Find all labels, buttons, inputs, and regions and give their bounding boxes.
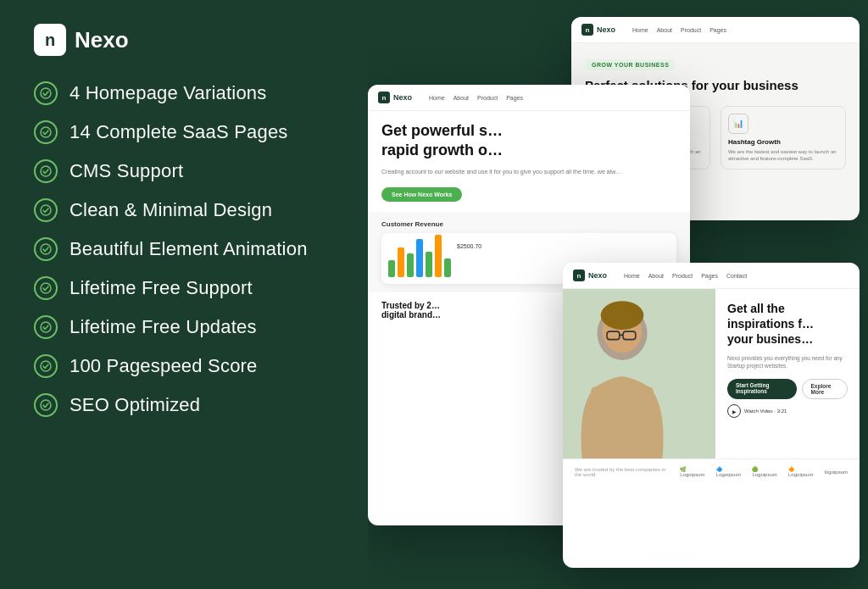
screenshot-card-bottom: n Nexo Home About Product Pages Contact <box>563 263 860 568</box>
mock-logo-box-top: n <box>581 24 593 36</box>
card-bottom-hero: Get all theinspirations f…your busines… … <box>563 289 860 458</box>
mock-logo-main: n Nexo <box>378 92 412 103</box>
mock-logo-box-main: n <box>378 92 390 103</box>
btn-row: Start Getting Inspirations Explore More <box>727 379 848 399</box>
check-icon <box>34 198 58 222</box>
feature-mini-title-2: Hashtag Growth <box>728 138 838 146</box>
svg-point-2 <box>41 166 51 176</box>
mock-brand-main: Nexo <box>393 93 412 102</box>
mock-nav-links-top: Home About Product Pages <box>632 27 726 33</box>
explore-more-btn[interactable]: Explore More <box>802 379 848 399</box>
feature-text: Lifetime Free Updates <box>70 316 257 338</box>
logo-1: 🌿 Logoipsum <box>680 466 708 477</box>
bar-7 <box>444 258 451 277</box>
brand-name: Nexo <box>75 27 129 53</box>
card-bottom-title: Get all theinspirations f…your busines… <box>727 301 848 347</box>
feature-text: 100 Pagespeed Score <box>70 355 258 377</box>
bar-4 <box>416 239 423 277</box>
play-circle-icon: ▶ <box>727 404 741 418</box>
feature-text: SEO Optimized <box>70 394 200 416</box>
card-main-title: Get powerful s…rapid growth o… <box>381 121 676 161</box>
svg-point-7 <box>41 361 51 371</box>
logo-2: 🔷 Logoipsum <box>716 466 744 477</box>
bar-5 <box>426 252 432 277</box>
play-triangle-icon: ▶ <box>732 408 737 414</box>
bar-2 <box>398 247 404 277</box>
check-icon <box>34 81 58 105</box>
screenshots-area: n Nexo Home About Product Pages GROW YOU… <box>368 0 868 589</box>
svg-point-3 <box>41 205 51 215</box>
bar-1 <box>388 260 395 277</box>
feature-text: Clean & Minimal Design <box>70 199 272 221</box>
person-silhouette-icon <box>563 297 682 458</box>
feature-text: Lifetime Free Support <box>70 277 253 299</box>
mock-logo-bottom: n Nexo <box>573 269 607 281</box>
check-icon <box>34 354 58 378</box>
logo-5: logoipsum <box>825 470 848 475</box>
cta-inspirations-btn[interactable]: Start Getting Inspirations <box>727 379 797 399</box>
grow-badge: GROW YOUR BUSINESS <box>585 59 676 70</box>
revenue-label: $2500.70 <box>457 240 481 249</box>
person-photo <box>563 289 715 458</box>
check-icon <box>34 315 58 339</box>
feature-mini-desc-2: We are the fastest and easiest way to la… <box>728 148 838 163</box>
bar-3 <box>407 253 414 277</box>
check-icon <box>34 276 58 300</box>
check-icon <box>34 237 58 261</box>
feature-text: CMS Support <box>70 160 183 182</box>
mock-logo-top: n Nexo <box>581 24 615 36</box>
feature-text: Beautiful Element Animation <box>70 238 308 260</box>
card-main-hero: Get powerful s…rapid growth o… Creating … <box>368 111 690 212</box>
svg-rect-10 <box>591 387 654 458</box>
svg-point-6 <box>41 322 51 332</box>
logo-box: n <box>34 24 66 56</box>
mock-nav-links-main: Home About Product Pages <box>429 95 523 101</box>
mock-nav-top: n Nexo Home About Product Pages <box>571 17 860 43</box>
check-icon <box>34 120 58 144</box>
bar-6 <box>435 235 442 277</box>
bottom-logos-row: We are trusted by the best companies in … <box>563 458 860 484</box>
svg-point-1 <box>41 127 51 137</box>
svg-point-8 <box>41 400 51 410</box>
feature-mini-icon-2: 📊 <box>728 114 748 134</box>
mock-brand-top: Nexo <box>597 25 615 34</box>
card-bottom-desc: Nexo provides you everything you need fo… <box>727 354 848 371</box>
dashboard-title: Customer Revenue <box>381 220 676 228</box>
svg-point-5 <box>41 283 51 293</box>
svg-point-12 <box>601 301 644 330</box>
trusted-companies-text: We are trusted by the best companies in … <box>575 467 671 477</box>
feature-mini-card-2: 📊 Hashtag Growth We are the fastest and … <box>721 106 846 170</box>
video-label: Watch Video · 3:21 <box>744 408 787 414</box>
feature-text: 14 Complete SaaS Pages <box>70 121 288 143</box>
card-main-cta[interactable]: See How Nexo Works <box>381 187 462 202</box>
mock-logo-box-bottom: n <box>573 269 585 281</box>
mock-nav-main: n Nexo Home About Product Pages <box>368 85 690 111</box>
logo-3: 🟢 Logoipsum <box>752 466 780 477</box>
card-bottom-text-area: Get all theinspirations f…your busines… … <box>715 289 860 458</box>
logo-letter: n <box>45 31 55 50</box>
card-main-desc: Creating account to our website and use … <box>381 168 676 177</box>
feature-text: 4 Homepage Variations <box>70 82 266 104</box>
logo-4: 🔶 Logoipsum <box>788 466 816 477</box>
check-icon <box>34 159 58 183</box>
mock-brand-bottom: Nexo <box>588 271 607 280</box>
mock-nav-links-bottom: Home About Product Pages Contact <box>624 273 747 279</box>
video-btn[interactable]: ▶ Watch Video · 3:21 <box>727 404 848 418</box>
svg-point-0 <box>41 88 51 98</box>
mock-nav-bottom: n Nexo Home About Product Pages Contact <box>563 263 860 289</box>
check-icon <box>34 393 58 417</box>
svg-point-4 <box>41 244 51 254</box>
